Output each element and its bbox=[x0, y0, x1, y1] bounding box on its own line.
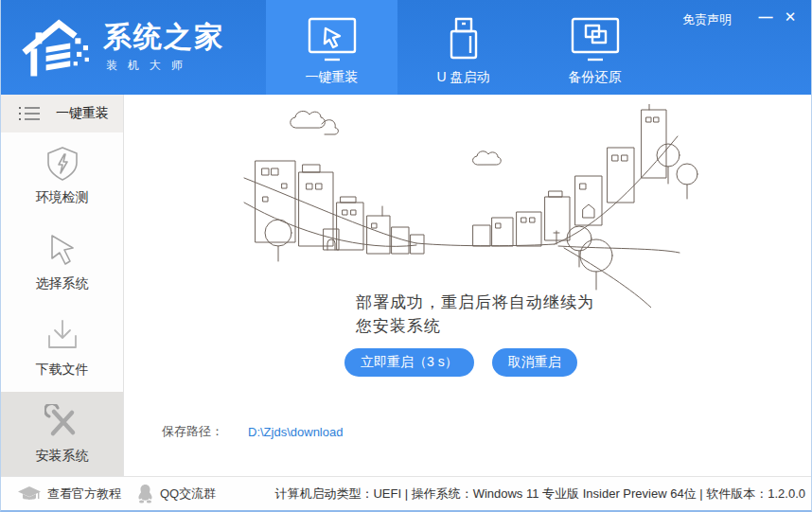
qq-penguin-icon bbox=[137, 485, 153, 503]
brand: 系统之家 装机大师 bbox=[22, 11, 224, 79]
tab-label: 备份还原 bbox=[569, 69, 622, 86]
sidebar-item-label: 一键重装 bbox=[56, 105, 109, 122]
app-window: 系统之家 装机大师 一键重装 bbox=[0, 0, 812, 512]
disclaimer-link[interactable]: 免责声明 bbox=[682, 11, 732, 28]
deployment-message: 部署成功，重启后将自动继续为 您安装系统 bbox=[356, 291, 594, 338]
qq-group-link[interactable]: QQ交流群 bbox=[137, 477, 216, 511]
save-path-label: 保存路径： bbox=[162, 423, 223, 440]
sidebar: 一键重装 环境检测 选择系统 bbox=[1, 95, 124, 478]
graduation-cap-icon bbox=[18, 486, 41, 503]
message-line-2: 您安装系统 bbox=[356, 315, 594, 339]
tab-label: 一键重装 bbox=[306, 69, 359, 86]
minimize-button[interactable]: — bbox=[754, 6, 777, 28]
tools-icon bbox=[44, 404, 80, 440]
close-button[interactable]: ✕ bbox=[779, 6, 802, 28]
shield-bolt-icon bbox=[44, 146, 80, 182]
system-status-text: 计算机启动类型：UEFI | 操作系统：Windows 11 专业版 Insid… bbox=[274, 477, 805, 511]
menu-list-icon bbox=[18, 105, 41, 123]
tab-label: U 盘启动 bbox=[437, 69, 490, 86]
brand-subtitle: 装机大师 bbox=[103, 58, 224, 74]
monitor-cursor-icon bbox=[306, 16, 359, 63]
download-icon bbox=[44, 318, 80, 354]
tutorial-label: 查看官方教程 bbox=[47, 486, 121, 503]
usb-drive-icon bbox=[437, 16, 490, 63]
tab-backup-restore[interactable]: 备份还原 bbox=[529, 0, 661, 95]
sidebar-item-label: 选择系统 bbox=[36, 275, 89, 292]
qq-group-label: QQ交流群 bbox=[160, 486, 216, 503]
sidebar-item-onekey-reinstall[interactable]: 一键重装 bbox=[1, 95, 123, 132]
save-path-row: 保存路径： D:\Zjds\download bbox=[162, 423, 343, 440]
backup-restore-icon bbox=[569, 16, 622, 63]
cancel-restart-button[interactable]: 取消重启 bbox=[492, 348, 577, 377]
sidebar-item-download-files[interactable]: 下载文件 bbox=[1, 306, 123, 392]
tutorial-link[interactable]: 查看官方教程 bbox=[18, 477, 121, 511]
tab-usb-boot[interactable]: U 盘启动 bbox=[397, 0, 529, 95]
cursor-arrow-icon bbox=[44, 232, 80, 268]
header-tabs: 一键重装 U 盘启动 bbox=[266, 0, 661, 95]
sidebar-item-label: 安装系统 bbox=[36, 448, 89, 465]
restart-now-button[interactable]: 立即重启（3 s） bbox=[344, 348, 474, 377]
sidebar-item-env-check[interactable]: 环境检测 bbox=[1, 132, 123, 219]
main-content: 部署成功，重启后将自动继续为 您安装系统 立即重启（3 s） 取消重启 保存路径… bbox=[125, 95, 811, 476]
brand-logo-icon bbox=[22, 11, 99, 79]
status-bar: 查看官方教程 QQ交流群 计算机启动类型：UEFI | 操作系统：Windows… bbox=[1, 476, 811, 510]
sidebar-item-select-system[interactable]: 选择系统 bbox=[1, 219, 123, 305]
city-illustration bbox=[240, 104, 709, 308]
sidebar-item-label: 下载文件 bbox=[36, 362, 89, 379]
brand-title: 系统之家 bbox=[103, 21, 224, 52]
save-path-link[interactable]: D:\Zjds\download bbox=[248, 425, 343, 439]
tab-onekey-reinstall[interactable]: 一键重装 bbox=[266, 0, 397, 95]
restart-actions: 立即重启（3 s） 取消重启 bbox=[344, 348, 577, 377]
sidebar-item-install-system[interactable]: 安装系统 bbox=[1, 392, 123, 478]
message-line-1: 部署成功，重启后将自动继续为 bbox=[356, 291, 594, 315]
app-header: 系统之家 装机大师 一键重装 bbox=[1, 0, 811, 95]
sidebar-item-label: 环境检测 bbox=[36, 189, 89, 206]
brand-text: 系统之家 装机大师 bbox=[103, 21, 224, 74]
